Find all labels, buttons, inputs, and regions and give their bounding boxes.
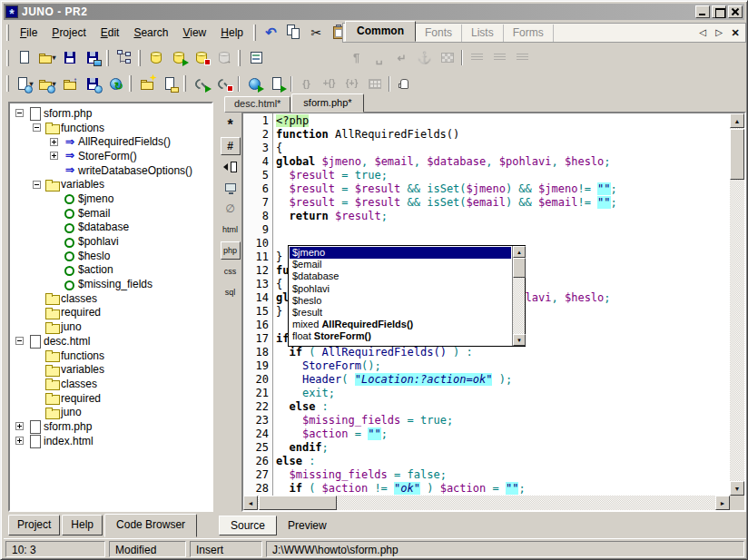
open-web-folder-button[interactable]: ▾ bbox=[35, 74, 58, 94]
panel-tab-project[interactable]: Project bbox=[8, 515, 60, 535]
menu-view[interactable]: View bbox=[175, 24, 213, 42]
close-button[interactable] bbox=[728, 5, 743, 18]
tree-item[interactable]: sform.php bbox=[12, 106, 212, 121]
expander-icon[interactable] bbox=[33, 123, 41, 132]
popup-scroll-down-button[interactable]: ▼ bbox=[513, 334, 526, 346]
vertical-scrollbar[interactable]: ▲ ▼ bbox=[730, 113, 744, 496]
run-query-button[interactable] bbox=[167, 47, 190, 68]
tree-item[interactable]: writeDatabaseOptions() bbox=[12, 163, 212, 178]
new-web-folder-button[interactable] bbox=[135, 74, 158, 94]
tree-item[interactable]: $action bbox=[12, 263, 212, 278]
minimize-button[interactable] bbox=[695, 5, 710, 18]
expander-icon[interactable] bbox=[50, 138, 58, 146]
preview-page-button[interactable]: ▾ bbox=[13, 74, 35, 94]
scroll-up-button[interactable]: ▲ bbox=[730, 113, 744, 128]
file-tab-desc.html[interactable]: desc.html* bbox=[224, 96, 290, 113]
database-button[interactable] bbox=[144, 47, 167, 68]
tree-item[interactable]: $pohlavi bbox=[12, 234, 212, 249]
title-bar[interactable]: JUNO - PR2 bbox=[4, 4, 744, 20]
sql-mode-button[interactable]: sql bbox=[221, 283, 241, 301]
completion-item[interactable]: $email bbox=[290, 259, 511, 270]
code-browser-tree[interactable]: sform.phpfunctionsAllRequiredFields()Sto… bbox=[8, 102, 213, 512]
completion-item[interactable]: $heslo bbox=[290, 295, 511, 307]
completion-item[interactable]: $result bbox=[290, 307, 511, 319]
collapse-panel-button[interactable] bbox=[221, 158, 241, 176]
tree-item[interactable]: $database bbox=[12, 221, 212, 235]
expander-icon[interactable] bbox=[15, 337, 24, 345]
file-tab-sform.php[interactable]: sform.php* bbox=[291, 93, 363, 113]
completion-item[interactable]: $pohlavi bbox=[290, 283, 511, 295]
menu-search[interactable]: Search bbox=[126, 24, 175, 42]
stop-query-button[interactable] bbox=[190, 47, 212, 68]
add-page-button[interactable] bbox=[158, 74, 181, 94]
panel-tab-help[interactable]: Help bbox=[62, 515, 103, 535]
expander-icon[interactable] bbox=[15, 109, 24, 117]
save-as-button[interactable] bbox=[81, 47, 103, 68]
save-button[interactable] bbox=[58, 47, 81, 68]
scroll-left-button[interactable]: ◄ bbox=[243, 496, 258, 510]
tree-item[interactable]: juno bbox=[12, 319, 212, 334]
tab-scroll-right-button[interactable]: ▷ bbox=[712, 25, 726, 40]
form-designer-button[interactable] bbox=[244, 47, 267, 68]
popup-scrollbar[interactable]: ▲ ▼ bbox=[512, 246, 525, 346]
view-tab-preview[interactable]: Preview bbox=[277, 516, 338, 535]
category-tab-common[interactable]: Common bbox=[345, 21, 416, 42]
folder-up-button[interactable]: ↑ bbox=[58, 74, 81, 94]
copy-button[interactable] bbox=[282, 22, 305, 43]
menu-project[interactable]: Project bbox=[44, 24, 93, 42]
completion-item[interactable]: mixed AllRequiredFields() bbox=[290, 319, 511, 330]
panel-tab-code-browser[interactable]: Code Browser bbox=[104, 514, 197, 537]
tree-item[interactable]: juno bbox=[12, 405, 212, 419]
horizontal-scrollbar[interactable]: ◄ ► bbox=[243, 496, 730, 510]
scroll-right-button[interactable]: ► bbox=[715, 496, 730, 510]
tree-item[interactable]: StoreForm() bbox=[12, 149, 212, 163]
tree-item[interactable]: index.html bbox=[12, 434, 212, 448]
upload-button[interactable] bbox=[190, 74, 212, 94]
tab-scroll-left-button[interactable]: ◁ bbox=[695, 25, 710, 40]
category-tab-forms[interactable]: Forms bbox=[504, 25, 554, 42]
popup-scroll-up-button[interactable]: ▲ bbox=[513, 246, 526, 258]
expander-icon[interactable] bbox=[33, 181, 41, 189]
run-script-button[interactable] bbox=[265, 74, 288, 94]
menu-edit[interactable]: Edit bbox=[94, 24, 127, 42]
new-document-button[interactable] bbox=[13, 47, 35, 68]
tree-item[interactable]: functions bbox=[12, 349, 212, 363]
tree-item[interactable]: required bbox=[12, 306, 212, 320]
expander-icon[interactable] bbox=[15, 437, 24, 445]
tree-item[interactable]: required bbox=[12, 391, 212, 406]
scroll-down-button[interactable]: ▼ bbox=[730, 481, 744, 496]
tree-item[interactable]: variables bbox=[12, 362, 212, 377]
expander-icon[interactable] bbox=[50, 152, 58, 160]
vertical-scroll-thumb[interactable] bbox=[730, 129, 744, 180]
popup-scroll-thumb[interactable] bbox=[513, 258, 526, 278]
menu-help[interactable]: Help bbox=[213, 24, 251, 42]
open-file-button[interactable]: ▾ bbox=[35, 47, 58, 68]
expander-icon[interactable] bbox=[15, 422, 24, 430]
stop-upload-button[interactable] bbox=[212, 74, 235, 94]
completion-item[interactable]: $database bbox=[290, 270, 511, 282]
view-tab-source[interactable]: Source bbox=[219, 516, 277, 535]
tree-item[interactable]: $jmeno bbox=[12, 192, 212, 206]
tree-item[interactable]: desc.html bbox=[12, 334, 212, 349]
open-in-browser-button[interactable] bbox=[242, 74, 265, 94]
site-structure-button[interactable] bbox=[113, 47, 135, 68]
save-to-web-button[interactable] bbox=[81, 74, 103, 94]
menu-file[interactable]: File bbox=[13, 24, 44, 42]
completion-item[interactable]: $jmeno bbox=[290, 247, 511, 259]
tree-item[interactable]: $heslo bbox=[12, 249, 212, 263]
hand-tool-button[interactable] bbox=[393, 74, 416, 94]
preview-monitor-button[interactable] bbox=[221, 179, 241, 197]
tree-item[interactable]: variables bbox=[12, 177, 212, 192]
asterisk-button[interactable]: * bbox=[221, 116, 241, 134]
tree-item[interactable]: AllRequiredFields() bbox=[12, 134, 212, 149]
no-markup-button[interactable]: ∅ bbox=[221, 200, 241, 218]
tree-item[interactable]: $missing_fields bbox=[12, 277, 212, 291]
hash-button[interactable]: # bbox=[221, 137, 241, 155]
horizontal-scroll-thumb[interactable] bbox=[259, 496, 337, 510]
tree-item[interactable]: classes bbox=[12, 291, 212, 306]
category-tab-lists[interactable]: Lists bbox=[462, 25, 504, 42]
code-completion-popup[interactable]: $jmeno$email$database$pohlavi$heslo$resu… bbox=[288, 245, 526, 347]
completion-list[interactable]: $jmeno$email$database$pohlavi$heslo$resu… bbox=[290, 247, 511, 345]
css-mode-button[interactable]: css bbox=[221, 262, 241, 280]
category-tab-fonts[interactable]: Fonts bbox=[416, 25, 462, 42]
